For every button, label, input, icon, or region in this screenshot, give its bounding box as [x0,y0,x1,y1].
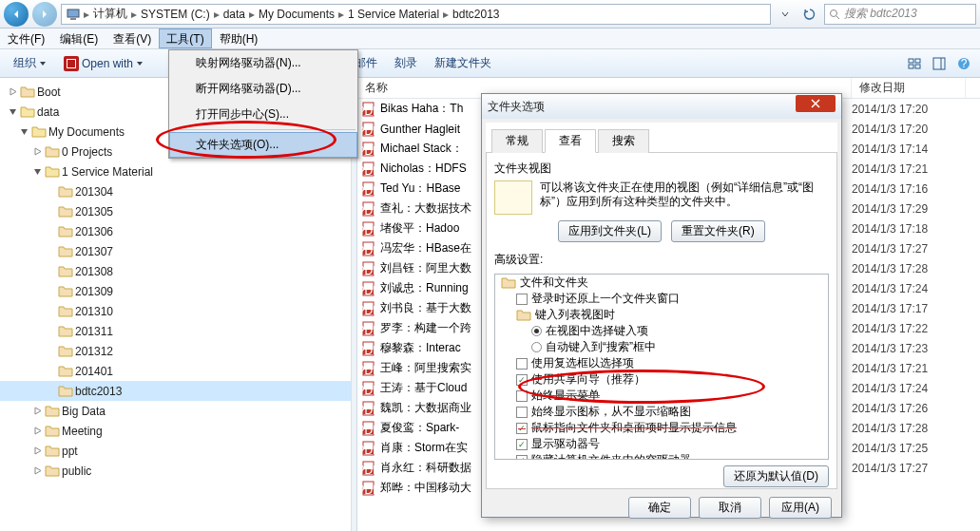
expand-icon[interactable] [46,286,56,296]
tree-item[interactable]: ppt [0,441,351,461]
apply-button[interactable]: 应用(A) [769,497,832,519]
expand-icon[interactable] [32,166,43,177]
help-button[interactable]: ? [955,55,972,72]
reset-folders-button[interactable]: 重置文件夹(R) [671,220,765,242]
burn-button[interactable]: 刻录 [389,53,423,73]
tree-item[interactable]: Meeting [0,421,351,441]
tree-item[interactable]: public [0,461,351,481]
menu-file[interactable]: 文件(F) [0,28,52,48]
expand-icon[interactable] [32,406,43,416]
open-with-button[interactable]: Open with [58,54,149,73]
expand-icon[interactable] [46,326,56,336]
tree-item[interactable]: 1 Service Material [0,161,351,181]
dropdown-folder-options[interactable]: 文件夹选项(O)... [169,132,357,158]
svg-text:PDF: PDF [361,243,376,256]
tree-item[interactable]: 201309 [0,281,351,301]
new-folder-button[interactable]: 新建文件夹 [429,53,497,73]
expand-icon[interactable] [46,186,56,197]
expand-icon[interactable] [46,226,56,237]
tab-view[interactable]: 查看 [545,129,596,153]
option-label: 始终显示菜单 [531,388,600,404]
nav-back-button[interactable] [4,2,29,27]
tree-item[interactable]: 201305 [0,201,351,221]
advanced-option[interactable]: 在视图中选择键入项 [495,323,828,339]
advanced-option[interactable]: ✓使用共享向导（推荐） [495,371,828,388]
checkbox-icon [516,294,528,305]
tree-item[interactable]: 201307 [0,241,351,261]
menu-edit[interactable]: 编辑(E) [52,28,106,48]
menu-help[interactable]: 帮助(H) [212,28,266,48]
search-icon [829,9,840,20]
expand-icon[interactable] [46,386,56,396]
advanced-option[interactable]: 登录时还原上一个文件夹窗口 [495,291,828,307]
breadcrumb-item[interactable]: 1 Service Material [345,8,442,21]
dropdown-disconnect-drive[interactable]: 断开网络驱动器(D)... [169,76,357,102]
menu-tools[interactable]: 工具(T) [159,28,211,48]
tree-item[interactable]: 201304 [0,181,351,201]
breadcrumb-item[interactable]: 计算机 [90,6,130,22]
dropdown-map-drive[interactable]: 映射网络驱动器(N)... [169,50,357,76]
expand-icon[interactable] [19,126,29,137]
view-options-button[interactable] [906,55,923,72]
file-date: 2014/1/3 17:24 [852,382,966,395]
tree-item[interactable]: 201308 [0,261,351,281]
preview-pane-button[interactable] [931,55,948,72]
breadcrumb-item[interactable]: SYSTEM (C:) [138,8,213,21]
tab-general[interactable]: 常规 [491,129,543,153]
menu-view[interactable]: 查看(V) [106,28,159,48]
ok-button[interactable]: 确定 [628,497,691,519]
advanced-option[interactable]: ✓隐藏计算机文件夹中的空驱动器 [495,452,828,460]
tree-label: 201308 [75,265,113,278]
advanced-settings-tree[interactable]: 文件和文件夹登录时还原上一个文件夹窗口键入列表视图时在视图中选择键入项自动键入到… [494,274,829,460]
col-date[interactable]: 修改日期 [852,78,966,98]
dialog-close-button[interactable] [796,95,836,112]
tab-search[interactable]: 搜索 [598,129,649,153]
expand-icon[interactable] [46,306,56,316]
tree-label: 201310 [75,305,113,318]
tree-item[interactable]: 201401 [0,361,351,381]
advanced-option[interactable]: 自动键入到“搜索”框中 [495,339,828,355]
restore-defaults-button[interactable]: 还原为默认值(D) [723,465,829,487]
expand-icon[interactable] [32,146,43,157]
dialog-titlebar[interactable]: 文件夹选项 [482,94,841,119]
advanced-option[interactable]: 使用复选框以选择项 [495,355,828,371]
tree-item[interactable]: 201311 [0,321,351,341]
tree-item[interactable]: Big Data [0,401,351,421]
breadcrumb-item[interactable]: My Documents [256,8,337,21]
expand-icon[interactable] [46,366,56,376]
breadcrumb[interactable]: ▸ 计算机▸ SYSTEM (C:)▸ data▸ My Documents▸ … [61,4,771,25]
expand-icon[interactable] [46,266,56,276]
advanced-option[interactable]: ✓显示驱动器号 [495,436,828,452]
expand-icon[interactable] [46,246,56,256]
expand-icon[interactable] [46,206,56,217]
file-date: 2014/1/3 17:29 [852,202,966,216]
tree-item[interactable]: bdtc2013 [0,381,351,401]
breadcrumb-item[interactable]: bdtc2013 [450,8,502,21]
expand-icon[interactable] [32,446,43,456]
file-date: 2014/1/3 17:18 [852,222,966,236]
tree-item[interactable]: 201306 [0,221,351,241]
expand-icon[interactable] [8,86,18,97]
cancel-button[interactable]: 取消 [699,497,761,519]
advanced-option[interactable]: ✓鼠标指向文件夹和桌面项时显示提示信息 [495,420,828,436]
expand-icon[interactable] [32,465,43,476]
folder-view-icon [494,180,532,215]
organize-button[interactable]: 组织 [8,53,52,73]
tree-item[interactable]: 201310 [0,301,351,321]
breadcrumb-dropdown[interactable] [775,4,796,25]
advanced-option[interactable]: 始终显示图标，从不显示缩略图 [495,404,828,420]
tree-item[interactable]: 201312 [0,341,351,361]
expand-icon[interactable] [46,346,56,356]
dropdown-sync-center[interactable]: 打开同步中心(S)... [169,102,357,127]
refresh-button[interactable] [799,4,820,25]
expand-icon[interactable] [32,426,43,436]
file-name: Michael Stack： [380,141,463,157]
expand-icon[interactable] [8,106,18,117]
nav-forward-button[interactable] [32,2,57,27]
breadcrumb-item[interactable]: data [221,8,248,21]
svg-text:PDF: PDF [361,143,376,157]
svg-point-2 [831,9,837,16]
search-input[interactable]: 搜索 bdtc2013 [824,4,976,25]
apply-to-folders-button[interactable]: 应用到文件夹(L) [558,220,662,242]
advanced-option[interactable]: 始终显示菜单 [495,388,828,404]
